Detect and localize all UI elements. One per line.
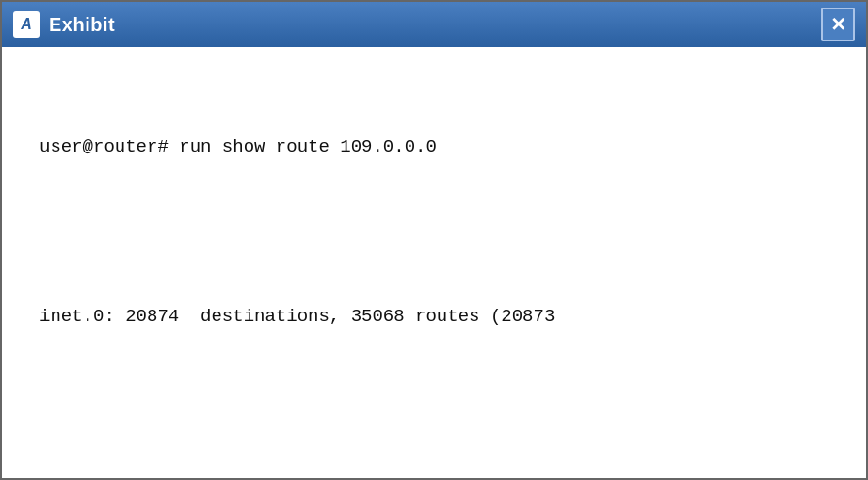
- close-button[interactable]: ✕: [821, 8, 855, 41]
- terminal-line-3: active, 0 holddown, 1 hidden): [40, 472, 828, 478]
- terminal-output: user@router# run show route 109.0.0.0 in…: [40, 75, 828, 478]
- exhibit-window: A Exhibit ✕ user@router# run show route …: [0, 0, 868, 480]
- terminal-content: user@router# run show route 109.0.0.0 in…: [2, 47, 866, 478]
- terminal-line-1: user@router# run show route 109.0.0.0: [40, 133, 828, 161]
- blank-line-2: [40, 392, 828, 414]
- title-bar-left: A Exhibit: [13, 11, 115, 38]
- window-title: Exhibit: [49, 14, 115, 36]
- title-bar: A Exhibit ✕: [2, 2, 866, 47]
- window-icon: A: [13, 11, 40, 38]
- terminal-line-2: inet.0: 20874 destinations, 35068 routes…: [40, 302, 828, 330]
- blank-line-1: [40, 222, 828, 245]
